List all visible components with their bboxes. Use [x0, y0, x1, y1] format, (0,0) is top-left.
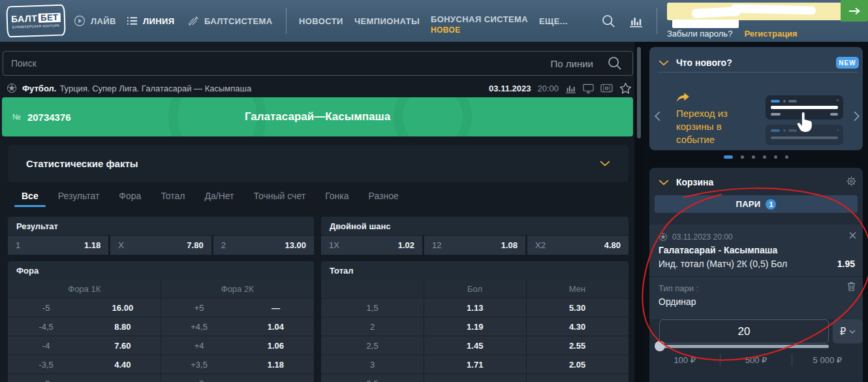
baltbet-logo[interactable]: БАЛТБЕТ БУКМЕКЕРСКАЯ КОНТОРА [6, 4, 66, 37]
quick-stake-500[interactable]: 500 ₽ [721, 353, 791, 366]
odd-cell[interactable]: 7.60 [84, 336, 161, 355]
bar-chart-icon [629, 15, 643, 27]
nav-bonus-system[interactable]: БОНУСНАЯ СИСТЕМА НОВОЕ [431, 0, 528, 42]
search-placeholder: Поиск [11, 58, 37, 69]
login-input[interactable] [667, 3, 841, 20]
stake-slider-handle[interactable] [655, 341, 665, 351]
bet-type-value[interactable]: Ординар [659, 296, 696, 307]
scrollbar-thumb[interactable] [637, 47, 641, 138]
odd-cell-2[interactable]: 213.00 [213, 236, 314, 255]
odd-cell[interactable]: 4.30 [526, 317, 628, 336]
hand-cursor-icon [794, 107, 814, 135]
bonus-new-badge: НОВОЕ [431, 25, 461, 35]
odd-cell[interactable]: 2.55 [526, 336, 628, 355]
chevron-down-icon[interactable] [659, 60, 669, 66]
search-icon [602, 14, 615, 28]
carousel-slide-title[interactable]: Переход из корзины в событие [676, 107, 734, 146]
odd-cell-x[interactable]: X7.80 [110, 236, 211, 255]
forgot-password-link[interactable]: Забыли пароль? [667, 29, 732, 39]
event-breadcrumb: Турция. Супер Лига. Галатасарай — Касымп… [59, 84, 251, 93]
carousel-next-arrow[interactable] [854, 111, 860, 121]
chevron-down-icon[interactable] [659, 180, 669, 185]
whats-new-title: Что нового? [676, 57, 732, 68]
stake-slider-track[interactable] [659, 345, 829, 348]
handicap-col2-header: Фора 2К [161, 279, 315, 298]
carousel-dot[interactable] [774, 155, 777, 159]
total-over-header: Бол [424, 279, 526, 298]
bet-teams[interactable]: Галатасарай - Касымпаша [659, 245, 777, 255]
nav-more[interactable]: ЕЩЕ... [539, 0, 568, 42]
stake-input[interactable]: 20 [659, 319, 829, 343]
nav-live[interactable]: ЛАЙВ [74, 0, 116, 42]
odd-cell[interactable]: 1.04 [238, 317, 314, 336]
tab-misc[interactable]: Разное [369, 191, 399, 207]
tab-yesno[interactable]: Да/Нет [205, 191, 234, 207]
nav-news[interactable]: НОВОСТИ [299, 0, 343, 42]
odd-cell-x2[interactable]: X24.80 [527, 236, 628, 255]
nav-divider [286, 8, 287, 34]
odd-cell[interactable]: 1.71 [424, 355, 526, 374]
tab-handicap[interactable]: Фора [119, 191, 141, 207]
event-breadcrumb-row: Футбол. Турция. Супер Лига. Галатасарай … [3, 80, 632, 97]
tab-total[interactable]: Тотал [161, 191, 185, 207]
search-icon[interactable] [608, 56, 622, 71]
favorite-star-icon[interactable] [619, 82, 632, 94]
nav-divider-2 [657, 8, 657, 34]
market-title: Тотал [321, 261, 628, 279]
login-submit-button[interactable] [841, 0, 868, 22]
statistics-icon[interactable] [565, 84, 576, 93]
odd-cell[interactable]: 1.13 [424, 298, 526, 317]
trash-icon[interactable] [847, 281, 856, 291]
logo-subtitle: БУКМЕКЕРСКАЯ КОНТОРА [12, 24, 60, 29]
tab-all[interactable]: Все [22, 191, 39, 207]
nav-baltsystem[interactable]: БАЛТСИСТЕМА [188, 0, 272, 42]
nav-results-button[interactable] [629, 0, 643, 42]
odd-cell[interactable]: 8.80 [84, 317, 161, 336]
carousel-dot[interactable] [752, 155, 755, 159]
close-icon[interactable] [849, 232, 856, 239]
carousel-dot[interactable] [763, 155, 766, 159]
odd-cell[interactable]: 5.30 [526, 298, 628, 317]
nav-line[interactable]: ЛИНИЯ [127, 0, 175, 42]
odd-cell-1x[interactable]: 1X1.02 [321, 236, 422, 255]
currency-dropdown[interactable]: ₽ [833, 319, 863, 343]
stats-facts-panel[interactable]: Статистические факты [8, 145, 628, 182]
carousel-dot[interactable] [741, 155, 744, 159]
total-row: 1,5 1.13 5.30 [321, 298, 628, 317]
odd-cell-12[interactable]: 121.08 [424, 236, 525, 255]
odd-cell[interactable]: 1.45 [424, 336, 526, 355]
tab-race[interactable]: Гонка [325, 191, 349, 207]
odd-cell-1[interactable]: 11.18 [8, 236, 108, 255]
soccer-ball-icon [659, 232, 668, 242]
odd-cell[interactable]: 1.19 [424, 317, 526, 336]
odd-cell[interactable]: 2.05 [526, 355, 628, 374]
quick-stake-100[interactable]: 100 ₽ [649, 353, 720, 366]
nav-championships[interactable]: ЧЕМПИОНАТЫ [354, 0, 420, 42]
odd-cell[interactable]: 16.00 [84, 298, 161, 317]
carousel-dots [649, 155, 863, 159]
monitor-icon[interactable] [583, 84, 594, 93]
carousel-dot[interactable] [785, 155, 788, 159]
field-money-icon[interactable] [600, 84, 613, 93]
carousel-prev-arrow[interactable] [655, 111, 660, 121]
quick-stake-5000[interactable]: 5 000 ₽ [792, 353, 863, 366]
tab-exact-score[interactable]: Точный счет [254, 191, 306, 207]
play-circle-icon [74, 15, 85, 27]
odd-cell[interactable]: 4.40 [84, 355, 161, 374]
registration-link[interactable]: Регистрация [744, 29, 797, 39]
carousel-dot-active[interactable] [724, 155, 733, 159]
vertical-scrollbar[interactable] [636, 42, 642, 382]
handicap-col1-header: Фора 1К [8, 279, 161, 298]
search-mode-label[interactable]: По линии [551, 58, 593, 69]
chevron-down-icon[interactable] [600, 161, 610, 167]
nav-search-button[interactable] [602, 0, 615, 42]
tab-result[interactable]: Результат [58, 191, 100, 207]
pari-tab[interactable]: ПАРИ 1 [655, 195, 858, 213]
search-bar[interactable]: Поиск По линии [3, 51, 633, 76]
odd-cell[interactable]: 1.18 [238, 355, 314, 374]
odd-cell[interactable]: 1.06 [238, 336, 314, 355]
gear-icon[interactable] [846, 176, 857, 187]
right-sidebar: Что нового? NEW Переход из корзины в соб… [649, 42, 863, 382]
line-list-icon [127, 16, 138, 25]
odd-cell[interactable]: — [238, 298, 314, 317]
